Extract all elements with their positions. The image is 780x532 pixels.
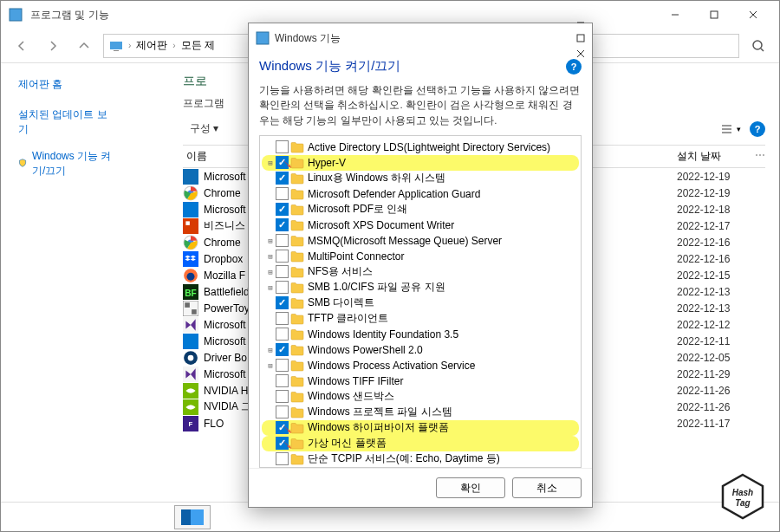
tree-expander[interactable]: ⊞ — [265, 283, 276, 292]
dialog-button-bar: 확인 취소 — [249, 468, 592, 507]
view-button[interactable]: ▾ — [721, 124, 741, 134]
sidebar-home-link[interactable]: 제어판 홈 — [18, 77, 114, 92]
app-icon — [8, 7, 23, 23]
feature-checkbox[interactable] — [276, 281, 289, 294]
feature-label: NFS용 서비스 — [308, 264, 373, 279]
feature-row[interactable]: Active Directory LDS(Lightweight Directo… — [262, 139, 579, 155]
feature-row[interactable]: Microsoft Defender Application Guard — [262, 186, 579, 202]
feature-row[interactable]: Windows Identity Foundation 3.5 — [262, 327, 579, 342]
breadcrumb-current[interactable]: 모든 제 — [181, 38, 215, 53]
sidebar-updates-link[interactable]: 설치된 업데이트 보기 — [18, 107, 114, 137]
tree-expander[interactable]: ⊞ — [265, 159, 276, 167]
feature-checkbox[interactable] — [276, 172, 289, 185]
program-icon — [183, 400, 198, 414]
annotation-arrow-icon — [279, 157, 293, 169]
feature-checkbox[interactable] — [276, 187, 289, 200]
sidebar-features-link[interactable]: Windows 기능 켜기/끄기 — [18, 149, 114, 178]
feature-row[interactable]: SMB 다이렉트 — [262, 295, 579, 311]
annotation-arrow-icon — [279, 422, 293, 434]
feature-label: MSMQ(Microsoft Message Queue) Server — [308, 235, 502, 247]
svg-rect-16 — [183, 218, 198, 234]
search-button[interactable] — [746, 34, 770, 58]
program-icon — [183, 384, 198, 398]
tree-expander[interactable]: ⊞ — [265, 361, 276, 370]
chevron-right-icon: › — [128, 41, 131, 50]
tree-expander[interactable]: ⊞ — [265, 268, 276, 276]
feature-row[interactable]: ⊞MSMQ(Microsoft Message Queue) Server — [262, 233, 579, 249]
feature-row[interactable]: ⊞SMB 1.0/CIFS 파일 공유 지원 — [262, 280, 579, 295]
details-thumbnail — [174, 505, 211, 529]
tree-expander[interactable]: ⊞ — [265, 252, 276, 261]
program-install-date: 2022-12-11 — [677, 335, 755, 347]
help-button[interactable]: ? — [566, 59, 582, 75]
folder-icon — [290, 375, 304, 387]
back-button[interactable] — [10, 34, 34, 58]
feature-row[interactable]: ⊞Hyper-V — [262, 155, 579, 171]
feature-tree[interactable]: Active Directory LDS(Lightweight Directo… — [259, 135, 582, 468]
feature-row[interactable]: Microsoft XPS Document Writer — [262, 217, 579, 233]
dialog-description: 기능을 사용하려면 해당 확인란을 선택하고 기능을 사용하지 않으려면 확인란… — [259, 83, 582, 128]
svg-rect-20 — [183, 251, 198, 267]
feature-checkbox[interactable] — [276, 218, 289, 231]
maximize-button[interactable] — [576, 30, 585, 46]
cancel-button[interactable]: 취소 — [512, 477, 582, 498]
feature-checkbox[interactable] — [276, 140, 289, 153]
svg-rect-27 — [192, 309, 197, 315]
maximize-button[interactable] — [694, 3, 733, 27]
column-date-header[interactable]: 설치 날짜 — [677, 149, 755, 164]
feature-row[interactable]: Microsoft PDF로 인쇄 — [262, 202, 579, 217]
feature-row[interactable]: ⊞MultiPoint Connector — [262, 249, 579, 264]
feature-row[interactable]: TFTP 클라이언트 — [262, 311, 579, 327]
feature-row[interactable]: ⊞NFS용 서비스 — [262, 264, 579, 280]
feature-checkbox[interactable] — [276, 452, 289, 465]
feature-checkbox[interactable] — [276, 265, 289, 278]
close-button[interactable] — [733, 3, 772, 27]
minimize-button[interactable] — [576, 15, 585, 30]
svg-point-31 — [188, 354, 194, 360]
feature-label: Microsoft PDF로 인쇄 — [308, 202, 407, 217]
program-install-date: 2022-12-12 — [677, 319, 755, 331]
help-button[interactable]: ? — [750, 121, 765, 137]
forward-button[interactable] — [41, 34, 65, 58]
svg-rect-39 — [257, 32, 269, 44]
feature-label: Active Directory LDS(Lightweight Directo… — [308, 141, 550, 153]
program-icon — [183, 186, 198, 200]
feature-row[interactable]: Windows 샌드박스 — [262, 389, 579, 405]
folder-icon — [290, 204, 304, 216]
feature-checkbox[interactable] — [276, 234, 289, 247]
feature-row[interactable]: ⊞Windows Process Activation Service — [262, 358, 579, 373]
feature-row[interactable]: 단순 TCPIP 서비스(예: Echo, Daytime 등) — [262, 451, 579, 467]
up-button[interactable] — [72, 34, 96, 58]
organize-button[interactable]: 구성 ▾ — [183, 120, 225, 138]
folder-icon — [290, 344, 304, 356]
ok-button[interactable]: 확인 — [436, 477, 505, 498]
feature-row[interactable]: ⊞Windows PowerShell 2.0 — [262, 342, 579, 358]
feature-checkbox[interactable] — [276, 390, 289, 403]
feature-checkbox[interactable] — [276, 374, 289, 387]
feature-checkbox[interactable] — [276, 359, 289, 372]
feature-checkbox[interactable] — [276, 312, 289, 325]
feature-checkbox[interactable] — [276, 203, 289, 216]
feature-checkbox[interactable] — [276, 328, 289, 341]
feature-label: SMB 다이렉트 — [308, 295, 374, 310]
program-icon — [183, 219, 198, 233]
svg-rect-2 — [711, 11, 718, 18]
feature-row[interactable]: Windows 하이퍼바이저 플랫폼 — [262, 420, 579, 436]
program-install-date: 2022-12-13 — [677, 286, 755, 298]
folder-icon — [290, 282, 304, 294]
tree-expander[interactable]: ⊞ — [265, 237, 276, 245]
minimize-button[interactable] — [655, 3, 694, 27]
folder-icon — [290, 360, 304, 372]
svg-point-7 — [753, 41, 762, 49]
feature-row[interactable]: Linux용 Windows 하위 시스템 — [262, 171, 579, 186]
breadcrumb-root[interactable]: 제어판 — [136, 38, 167, 53]
feature-row[interactable]: Windows TIFF IFilter — [262, 373, 579, 389]
feature-row[interactable]: 가상 머신 플랫폼 — [262, 436, 579, 451]
tree-expander[interactable]: ⊞ — [265, 346, 276, 354]
feature-row[interactable]: Windows 프로젝트 파일 시스템 — [262, 405, 579, 420]
feature-checkbox[interactable] — [276, 343, 289, 356]
feature-checkbox[interactable] — [276, 405, 289, 418]
feature-checkbox[interactable] — [276, 296, 289, 309]
feature-checkbox[interactable] — [276, 250, 289, 263]
column-more-indicator[interactable]: ⋯ — [755, 149, 765, 164]
